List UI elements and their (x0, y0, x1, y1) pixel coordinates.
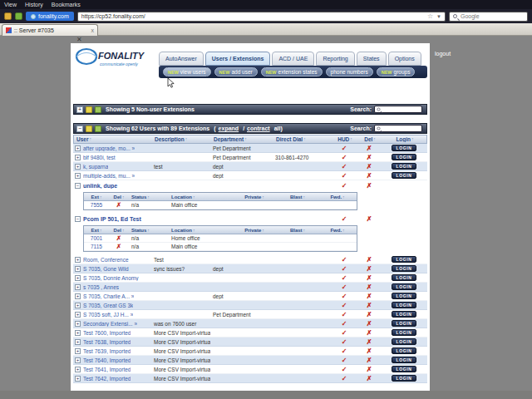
delete-icon[interactable]: ✗ (357, 256, 381, 264)
sub-column-header-blast[interactable]: Blast↑ (277, 195, 318, 200)
contract-all-link[interactable]: contract (247, 126, 270, 131)
expand-icon[interactable]: + (75, 376, 81, 382)
expand-icon[interactable]: + (75, 266, 81, 272)
expand-icon[interactable]: + (75, 275, 81, 281)
hud-check-icon[interactable]: ✓ (331, 357, 357, 364)
sub-column-header-blast[interactable]: Blast↑ (277, 228, 318, 233)
login-button[interactable]: LOGIN (392, 265, 416, 272)
login-button[interactable]: LOGIN (392, 375, 416, 382)
menu-bookmarks[interactable]: Bookmarks (52, 2, 81, 7)
hud-check-icon[interactable]: ✓ (331, 154, 357, 161)
delete-icon[interactable]: ✗ (357, 163, 381, 170)
toolbar-icon[interactable] (4, 12, 12, 20)
hud-check-icon[interactable]: ✓ (331, 256, 357, 264)
users-search-input[interactable] (374, 125, 422, 132)
user-link[interactable]: k, suparna (83, 164, 108, 170)
expand-icon[interactable]: + (75, 293, 81, 299)
expand-icon[interactable]: + (75, 155, 81, 160)
user-link[interactable]: S 7035, Donnie Anomy (83, 275, 139, 281)
nonuser-search-input[interactable] (374, 106, 422, 113)
user-link[interactable]: Test 7600, Imported (83, 330, 131, 336)
subnav-groups[interactable]: NEWgroups (377, 67, 416, 76)
column-header-hud[interactable]: HUD↑ (332, 136, 358, 142)
delete-icon[interactable]: ✗ (357, 311, 381, 318)
hud-check-icon[interactable]: ✓ (331, 274, 357, 282)
expand-icon[interactable]: + (75, 257, 81, 263)
login-button[interactable]: LOGIN (392, 274, 416, 281)
user-link[interactable]: Test 7639, Imported (83, 348, 131, 354)
toolbar-icon[interactable] (15, 12, 22, 20)
expand-icon[interactable]: + (75, 173, 81, 179)
url-bar[interactable]: https://cp52.fonality.com/ ☆ ▼ (77, 12, 446, 22)
tab-states[interactable]: States (357, 52, 387, 66)
user-link[interactable]: S 7035, Gone Wild (83, 266, 129, 272)
expand-icon[interactable]: + (75, 339, 81, 345)
user-link[interactable]: blf 9480i, test (83, 155, 116, 160)
delete-icon[interactable]: ✗ (109, 243, 129, 250)
expand-icon[interactable]: + (75, 367, 81, 372)
delete-icon[interactable]: ✗ (357, 329, 381, 337)
hud-check-icon[interactable]: ✓ (331, 182, 357, 190)
hud-check-icon[interactable]: ✓ (331, 215, 357, 223)
expand-icon[interactable]: + (75, 357, 81, 363)
sub-column-header-private[interactable]: Private↑ (232, 228, 277, 233)
login-button[interactable]: LOGIN (392, 172, 416, 179)
login-button[interactable]: LOGIN (392, 366, 416, 372)
column-header-user[interactable]: User↑ (74, 136, 152, 142)
sub-column-header-status[interactable]: Status↑ (129, 195, 169, 200)
column-header-del[interactable]: Del↑ (358, 136, 382, 142)
login-button[interactable]: LOGIN (392, 283, 416, 290)
hud-check-icon[interactable]: ✓ (331, 163, 357, 170)
site-identity-chip[interactable]: fonality.com (26, 12, 74, 21)
group-user-link[interactable]: Pcom IP 501, Ed Test (83, 216, 141, 222)
delete-icon[interactable]: ✗ (357, 154, 381, 161)
login-button[interactable]: LOGIN (392, 320, 416, 327)
column-header-department[interactable]: Department↑ (211, 136, 273, 142)
hud-check-icon[interactable]: ✓ (331, 283, 357, 291)
delete-icon[interactable]: ✗ (357, 347, 381, 355)
user-link[interactable]: after upgrade, mo... » (83, 145, 135, 151)
user-link[interactable]: S 7035, Great GS 3k (83, 303, 133, 308)
tab-close-icon[interactable]: x (91, 27, 95, 33)
delete-icon[interactable]: ✗ (357, 357, 381, 364)
logout-link[interactable]: logout (435, 51, 451, 57)
login-button[interactable]: LOGIN (392, 329, 416, 336)
delete-icon[interactable]: ✗ (357, 283, 381, 291)
delete-icon[interactable]: ✗ (357, 320, 381, 328)
tab-users-extensions[interactable]: Users / Extensions (205, 52, 271, 66)
delete-icon[interactable]: ✗ (357, 145, 381, 152)
delete-icon[interactable]: ✗ (357, 215, 381, 223)
web-search-box[interactable]: Google (449, 12, 528, 22)
group-user-link[interactable]: unlink, dupe (83, 183, 117, 189)
delete-icon[interactable]: ✗ (357, 274, 381, 282)
collapse-icon[interactable]: − (76, 126, 83, 132)
expand-icon[interactable]: + (75, 312, 81, 318)
column-header-description[interactable]: Description↑ (152, 136, 211, 142)
expand-icon[interactable]: + (76, 106, 83, 113)
delete-icon[interactable]: ✗ (357, 182, 381, 190)
hud-check-icon[interactable]: ✓ (331, 375, 357, 382)
hud-check-icon[interactable]: ✓ (331, 265, 357, 273)
column-header-login[interactable]: Login↑ (382, 136, 428, 142)
delete-icon[interactable]: ✗ (109, 201, 129, 209)
login-button[interactable]: LOGIN (392, 357, 416, 363)
subnav-add-user[interactable]: NEWadd user (214, 67, 258, 76)
url-dropdown-icon[interactable]: ▼ (436, 14, 441, 19)
sub-column-header-private[interactable]: Private↑ (232, 195, 277, 200)
hud-check-icon[interactable]: ✓ (331, 311, 357, 318)
hud-check-icon[interactable]: ✓ (331, 302, 357, 309)
hud-check-icon[interactable]: ✓ (331, 293, 357, 300)
login-button[interactable]: LOGIN (392, 256, 416, 263)
user-link[interactable]: S 7035 soft, JJ H... » (83, 312, 133, 318)
login-button[interactable]: LOGIN (392, 311, 416, 318)
column-header-direct-dial[interactable]: Direct Dial↑ (273, 136, 332, 142)
sub-column-header-ext[interactable]: Ext↑ (84, 228, 109, 233)
sub-column-header-fwd[interactable]: Fwd.↑ (318, 228, 357, 233)
expand-icon[interactable]: + (75, 330, 81, 336)
user-link[interactable]: s 7035 , Annes (83, 284, 119, 290)
login-button[interactable]: LOGIN (392, 293, 416, 299)
delete-icon[interactable]: ✗ (357, 293, 381, 300)
user-link[interactable]: Test 7640, Imported (83, 357, 131, 363)
hud-check-icon[interactable]: ✓ (331, 347, 357, 355)
login-button[interactable]: LOGIN (392, 302, 416, 308)
